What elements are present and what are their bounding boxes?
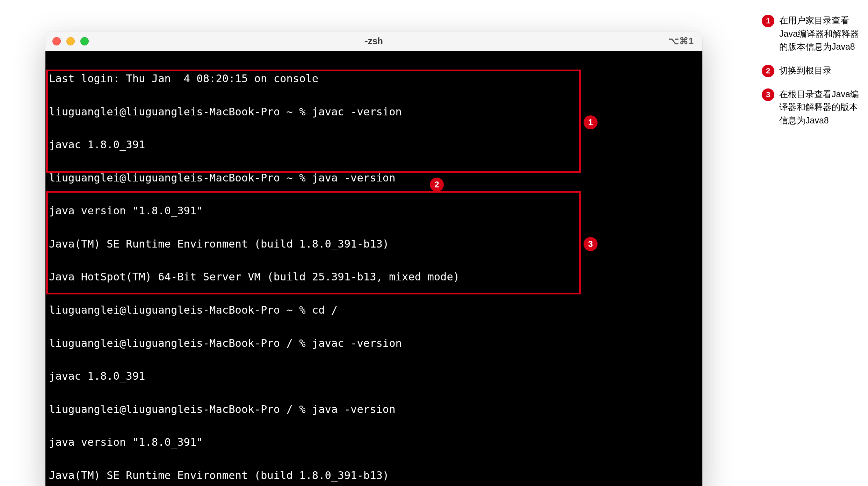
- terminal-line: liuguanglei@liuguangleis-MacBook-Pro / %…: [49, 401, 699, 417]
- window-shortcut: ⌥⌘1: [668, 36, 694, 47]
- traffic-lights: [52, 37, 89, 45]
- annotation-item: 2 切换到根目录: [762, 64, 860, 77]
- terminal-line: javac 1.8.0_391: [49, 368, 699, 384]
- terminal-window: -zsh ⌥⌘1 Last login: Thu Jan 4 08:20:15 …: [45, 31, 702, 486]
- callout-badge-1: 1: [584, 115, 598, 129]
- terminal-line: Java(TM) SE Runtime Environment (build 1…: [49, 467, 699, 484]
- terminal-line: Java HotSpot(TM) 64-Bit Server VM (build…: [49, 269, 699, 285]
- terminal-line: Java(TM) SE Runtime Environment (build 1…: [49, 236, 699, 252]
- window-title: -zsh: [365, 36, 383, 47]
- terminal-line: Last login: Thu Jan 4 08:20:15 on consol…: [49, 70, 699, 87]
- minimize-icon[interactable]: [66, 37, 75, 45]
- annotation-badge: 2: [762, 65, 774, 77]
- annotation-badge: 3: [762, 88, 774, 101]
- annotations-panel: 1 在用户家目录查看Java编译器和解释器的版本信息为Java8 2 切换到根目…: [762, 14, 860, 137]
- terminal-body[interactable]: Last login: Thu Jan 4 08:20:15 on consol…: [45, 51, 702, 486]
- terminal-line: java version "1.8.0_391": [49, 202, 699, 219]
- annotation-badge: 1: [762, 15, 774, 27]
- callout-badge-2: 2: [430, 178, 444, 192]
- close-icon[interactable]: [52, 37, 61, 45]
- terminal-line: liuguanglei@liuguangleis-MacBook-Pro ~ %…: [49, 302, 699, 318]
- zoom-icon[interactable]: [80, 37, 89, 45]
- terminal-line: liuguanglei@liuguangleis-MacBook-Pro ~ %…: [49, 103, 699, 120]
- annotation-item: 3 在根目录查看Java编译器和解释器的版本信息为Java8: [762, 88, 860, 127]
- terminal-line: liuguanglei@liuguangleis-MacBook-Pro / %…: [49, 335, 699, 351]
- annotation-text: 切换到根目录: [779, 64, 832, 77]
- annotation-text: 在用户家目录查看Java编译器和解释器的版本信息为Java8: [779, 14, 860, 53]
- titlebar: -zsh ⌥⌘1: [45, 31, 702, 51]
- callout-badge-3: 3: [584, 237, 598, 251]
- terminal-line: java version "1.8.0_391": [49, 434, 699, 450]
- annotation-text: 在根目录查看Java编译器和解释器的版本信息为Java8: [779, 88, 860, 127]
- annotation-item: 1 在用户家目录查看Java编译器和解释器的版本信息为Java8: [762, 14, 860, 53]
- terminal-line: liuguanglei@liuguangleis-MacBook-Pro ~ %…: [49, 170, 699, 186]
- terminal-line: javac 1.8.0_391: [49, 136, 699, 153]
